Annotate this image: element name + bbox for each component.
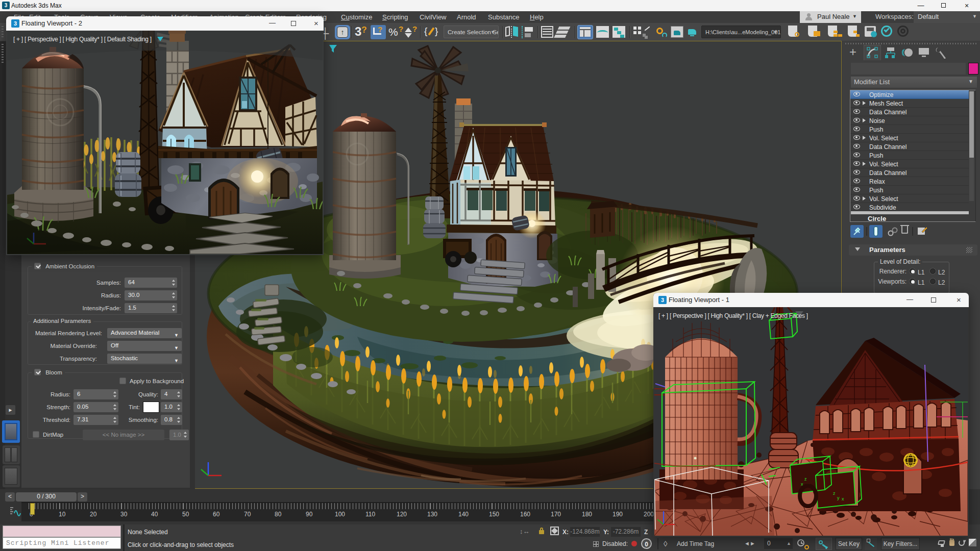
svg-text:x: x <box>842 496 844 502</box>
svg-text:z: z <box>804 477 807 482</box>
svg-text:z: z <box>833 491 836 496</box>
svg-text:y: y <box>837 495 840 500</box>
